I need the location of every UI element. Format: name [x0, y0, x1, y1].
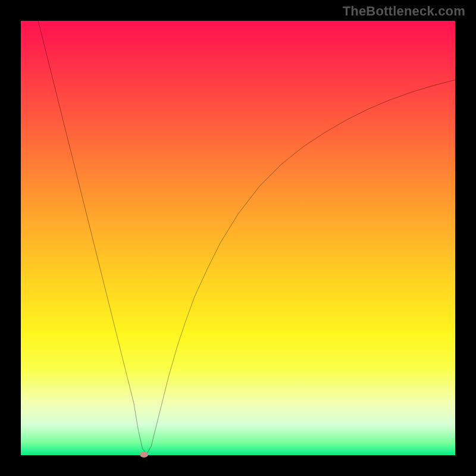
chart-frame: TheBottleneck.com: [0, 0, 476, 476]
watermark-label: TheBottleneck.com: [343, 4, 465, 19]
bottleneck-curve: [21, 21, 455, 455]
plot-area: [21, 21, 455, 455]
optimal-marker: [140, 452, 148, 458]
